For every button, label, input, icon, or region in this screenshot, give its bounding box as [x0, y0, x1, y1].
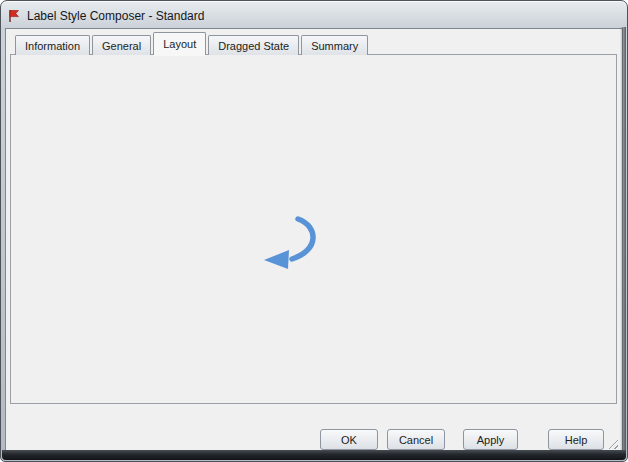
tab-strip: Information General Layout Dragged State… [15, 33, 368, 55]
titlebar[interactable]: Label Style Composer - Standard [7, 5, 617, 27]
app-icon [7, 9, 21, 23]
tab-general[interactable]: General [92, 35, 151, 55]
tab-layout[interactable]: Layout [153, 32, 206, 55]
apply-button[interactable]: Apply [463, 429, 518, 450]
tab-information[interactable]: Information [15, 35, 90, 55]
dialog-client: Information General Layout Dragged State… [5, 28, 623, 452]
cancel-button[interactable]: Cancel [387, 429, 445, 450]
help-button[interactable]: Help [548, 429, 604, 450]
window-frame-shadow [620, 27, 626, 451]
ok-button[interactable]: OK [320, 429, 378, 450]
window: Label Style Composer - Standard Informat… [0, 0, 628, 462]
resize-grip[interactable] [606, 437, 618, 449]
screen: Label Style Composer - Standard Informat… [0, 0, 628, 462]
window-frame-bottom [2, 450, 626, 460]
window-title: Label Style Composer - Standard [27, 9, 204, 23]
tab-page-layout [10, 54, 617, 404]
tab-dragged-state[interactable]: Dragged State [208, 35, 299, 55]
tab-summary[interactable]: Summary [301, 35, 368, 55]
